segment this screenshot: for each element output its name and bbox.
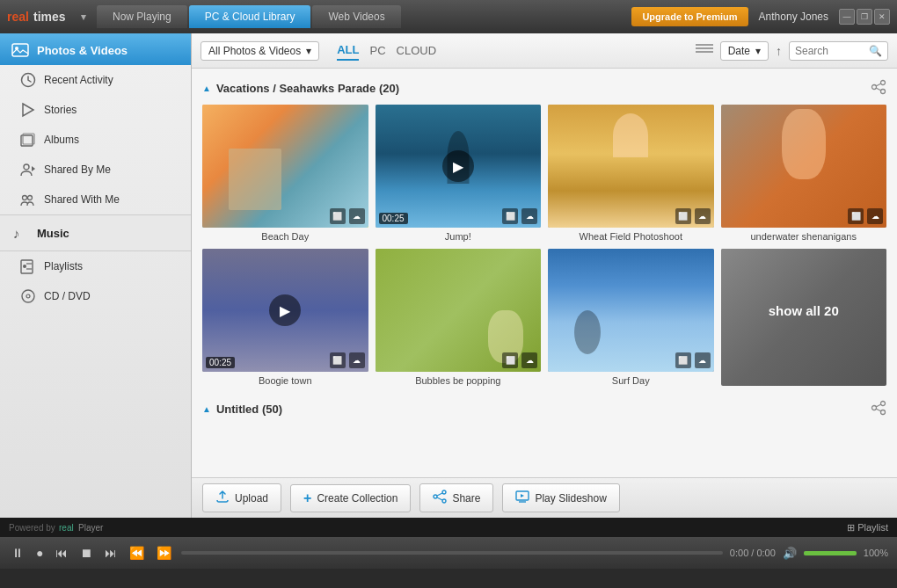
sidebar-item-stories[interactable]: Stories — [0, 95, 191, 125]
pause-button[interactable]: ⏸ — [9, 546, 26, 560]
search-input[interactable] — [795, 45, 865, 57]
sidebar-item-cd-dvd[interactable]: CD / DVD — [0, 281, 191, 311]
svg-point-15 — [26, 294, 30, 298]
cloud-icon: ☁ — [521, 208, 537, 224]
screen-icon: ⬜ — [502, 208, 518, 224]
play-slideshow-label: Play Slideshow — [535, 492, 606, 505]
sidebar-photos-label: Photos & Videos — [37, 44, 128, 57]
overlay-icons: ⬜ ☁ — [502, 208, 537, 224]
close-button[interactable]: ✕ — [874, 9, 890, 25]
sidebar-item-albums[interactable]: Albums — [0, 125, 191, 155]
search-icon[interactable]: 🔍 — [869, 45, 882, 57]
play-slideshow-button[interactable]: Play Slideshow — [502, 483, 619, 512]
maximize-button[interactable]: ❐ — [857, 9, 872, 25]
cloud-icon: ☁ — [695, 352, 711, 368]
sidebar-item-shared-by-me[interactable]: Shared By Me — [0, 155, 191, 185]
view-tab-all[interactable]: ALL — [337, 40, 359, 61]
stop-button[interactable]: ⏹ — [77, 546, 95, 560]
sidebar-item-recent-activity[interactable]: Recent Activity — [0, 65, 191, 95]
collection-header-vacations: ▲ Vacations / Seahawks Parade (20) — [202, 76, 886, 105]
minimize-button[interactable]: — — [839, 9, 855, 25]
svg-point-26 — [442, 490, 446, 494]
svg-point-14 — [22, 290, 34, 302]
duration-badge: 00:25 — [379, 213, 408, 224]
photo-item-show-all[interactable]: show all 20 — [721, 249, 887, 386]
photo-item-wheat[interactable]: ⬜ ☁ Wheat Field Photoshoot — [548, 105, 714, 242]
collection-collapse-icon[interactable]: ▲ — [202, 83, 211, 93]
time-display: 0:00 / 0:00 — [730, 548, 776, 558]
photo-item-boogie[interactable]: ▶ 00:25 ⬜ ☁ Boogie town — [202, 249, 368, 386]
collection-header-untitled: ▲ Untitled (50) — [202, 396, 886, 425]
share-label: Share — [452, 492, 480, 505]
svg-line-24 — [876, 404, 881, 407]
svg-line-20 — [876, 88, 881, 91]
photo-grid-vacations: ⬜ ☁ Beach Day ▶ 00:25 ⬜ ☁ — [202, 105, 886, 386]
sidebar-playlists-label: Playlists — [44, 260, 83, 272]
volume-bar[interactable] — [804, 551, 857, 555]
sidebar-music-header[interactable]: ♪ Music — [0, 214, 191, 251]
photo-item-surf[interactable]: ⬜ ☁ Surf Day — [548, 249, 714, 386]
photo-item-underwater[interactable]: ⬜ ☁ underwater shenanigans — [721, 105, 887, 242]
sort-dropdown[interactable]: Date ▾ — [720, 41, 769, 61]
svg-point-23 — [881, 410, 886, 415]
statusbar: Powered by real Player ⊞ Playlist — [0, 518, 897, 537]
svg-point-10 — [28, 196, 33, 200]
sidebar-item-shared-with-me[interactable]: Shared With Me — [0, 185, 191, 214]
filter-label: All Photos & Videos — [208, 45, 301, 57]
svg-text:Player: Player — [78, 523, 104, 533]
share-collection2-icon[interactable] — [871, 400, 886, 418]
view-tab-pc[interactable]: PC — [369, 41, 385, 60]
photo-item-bubbles[interactable]: ⬜ ☁ Bubbles be popping — [376, 249, 542, 386]
volume-icon[interactable]: 🔊 — [783, 547, 797, 560]
play-icon: ▶ — [269, 294, 301, 326]
sort-order-icon[interactable]: ↑ — [776, 44, 782, 58]
playlist-link[interactable]: ⊞ Playlist — [847, 522, 888, 534]
overlay-icons: ⬜ ☁ — [502, 352, 537, 368]
fast-forward-button[interactable]: ⏩ — [154, 546, 174, 560]
upload-button[interactable]: Upload — [202, 483, 281, 512]
photo-item-jump[interactable]: ▶ 00:25 ⬜ ☁ Jump! — [376, 105, 542, 242]
volume-fill — [804, 551, 857, 555]
photo-caption: underwater shenanigans — [721, 231, 887, 242]
upload-icon — [215, 490, 230, 506]
share-collection-icon[interactable] — [871, 79, 886, 98]
powered-by-text: Powered by — [9, 523, 55, 533]
photo-thumb: ▶ 00:25 ⬜ ☁ — [202, 249, 368, 372]
upgrade-button[interactable]: Upgrade to Premium — [631, 7, 748, 26]
cloud-icon: ☁ — [349, 352, 365, 368]
sidebar-albums-label: Albums — [44, 134, 79, 146]
overlay-icons: ⬜ ☁ — [330, 352, 365, 368]
svg-point-13 — [23, 265, 26, 268]
skip-forward-button[interactable]: ⏭ — [102, 546, 120, 560]
rewind-button[interactable]: ⏪ — [127, 546, 147, 560]
view-tab-cloud[interactable]: CLOUD — [397, 41, 437, 60]
screen-icon: ⬜ — [675, 208, 691, 224]
sidebar-item-playlists[interactable]: Playlists — [0, 251, 191, 281]
create-collection-button[interactable]: + Create Collection — [290, 484, 411, 512]
photo-thumb: ⬜ ☁ — [376, 249, 542, 372]
tab-web-videos[interactable]: Web Videos — [312, 5, 400, 28]
photo-item-beach-day[interactable]: ⬜ ☁ Beach Day — [202, 105, 368, 242]
filter-dropdown[interactable]: All Photos & Videos ▾ — [201, 41, 319, 61]
tab-pc-cloud-library[interactable]: PC & Cloud Library — [189, 5, 311, 28]
show-all-label: show all 20 — [769, 303, 839, 318]
screen-icon: ⬜ — [675, 352, 691, 368]
show-all-tile[interactable]: show all 20 — [721, 249, 887, 372]
dot-button[interactable]: ● — [33, 546, 46, 560]
cloud-icon: ☁ — [867, 208, 883, 224]
app-logo: real times ▾ — [7, 8, 86, 25]
share-button[interactable]: Share — [419, 483, 493, 512]
collection-collapse-icon[interactable]: ▲ — [202, 404, 211, 414]
sort-label: Date — [728, 45, 750, 57]
sidebar-photos-header[interactable]: Photos & Videos — [0, 33, 191, 65]
skip-back-button[interactable]: ⏮ — [53, 546, 70, 560]
powered-by: Powered by real Player — [9, 521, 112, 534]
svg-point-27 — [434, 495, 437, 498]
list-view-icon[interactable] — [696, 44, 713, 58]
cloud-icon: ☁ — [521, 352, 537, 368]
music-icon: ♪ — [11, 223, 30, 243]
tab-now-playing[interactable]: Now Playing — [97, 5, 187, 28]
sidebar-recent-label: Recent Activity — [44, 74, 113, 86]
svg-text:♪: ♪ — [13, 226, 20, 241]
progress-bar[interactable] — [181, 551, 722, 555]
